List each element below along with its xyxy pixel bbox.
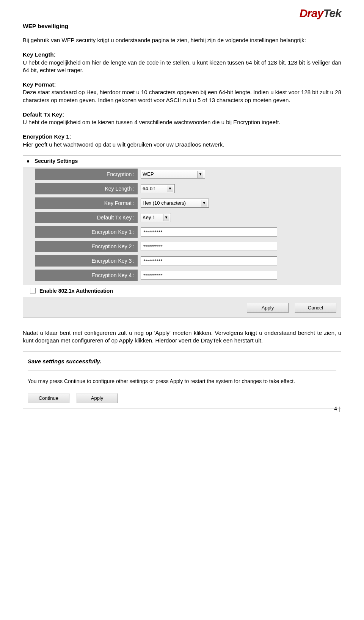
bullet-icon bbox=[27, 160, 29, 162]
page-number: 4 bbox=[334, 405, 341, 412]
key-length-text: U hebt de mogelijkheid om hier de lengte… bbox=[23, 59, 341, 73]
security-settings-title: Security Settings bbox=[35, 158, 78, 164]
select-key-length-value: 64-bit bbox=[143, 186, 155, 191]
key-format-text: Deze staat standaard op Hex, hierdoor mo… bbox=[23, 89, 341, 103]
chevron-down-icon: ▼ bbox=[163, 214, 169, 221]
select-key-format[interactable]: Hex (10 characters) ▼ bbox=[141, 199, 209, 208]
page-number-bar bbox=[339, 407, 341, 412]
label-key1: Encryption Key 1 : bbox=[35, 226, 138, 238]
row-key-length: Key Length : 64-bit ▼ bbox=[23, 181, 341, 196]
label-key4: Encryption Key 4 : bbox=[35, 270, 138, 281]
row-key1: Encryption Key 1 : ********** bbox=[23, 225, 341, 239]
chevron-down-icon: ▼ bbox=[167, 185, 173, 192]
label-key2: Encryption Key 2 : bbox=[35, 241, 138, 252]
input-key2[interactable]: ********** bbox=[141, 242, 277, 251]
select-encryption-value: WEP bbox=[143, 171, 154, 177]
select-key-format-value: Hex (10 characters) bbox=[143, 200, 186, 206]
encryption-key1-label: Encryption Key 1: bbox=[23, 133, 71, 140]
default-tx-label: Default Tx Key: bbox=[23, 111, 64, 118]
cancel-button[interactable]: Cancel bbox=[295, 303, 336, 313]
row-key2: Encryption Key 2 : ********** bbox=[23, 239, 341, 254]
label-default-tx: Default Tx Key : bbox=[35, 212, 138, 223]
select-key-length[interactable]: 64-bit ▼ bbox=[141, 184, 175, 193]
input-key4[interactable]: ********** bbox=[141, 271, 277, 280]
default-tx-section: Default Tx Key: U hebt de mogelijkheid o… bbox=[23, 111, 341, 126]
save-settings-title: Save settings successfully. bbox=[28, 357, 336, 366]
encryption-key1-text: Hier geeft u het wachtwoord op dat u wil… bbox=[23, 141, 224, 148]
save-button-row: Continue Apply bbox=[28, 393, 336, 403]
settings-button-row: Apply Cancel bbox=[23, 301, 341, 314]
key-length-label: Key Length: bbox=[23, 51, 56, 58]
select-encryption[interactable]: WEP ▼ bbox=[141, 170, 205, 179]
apply-button[interactable]: Apply bbox=[247, 303, 289, 313]
key-format-section: Key Format: Deze staat standaard op Hex,… bbox=[23, 81, 341, 104]
after-settings-text: Nadat u klaar bent met configureren zult… bbox=[23, 329, 341, 345]
chevron-down-icon: ▼ bbox=[197, 171, 203, 178]
chevron-down-icon: ▼ bbox=[201, 200, 207, 207]
label-encryption: Encryption : bbox=[35, 169, 138, 180]
key-format-label: Key Format: bbox=[23, 81, 56, 88]
encryption-key1-section: Encryption Key 1: Hier geeft u het wacht… bbox=[23, 133, 341, 148]
intro-paragraph: Bij gebruik van WEP security krijgt u on… bbox=[23, 36, 341, 44]
security-settings-header: Security Settings bbox=[23, 156, 341, 167]
row-key-format: Key Format : Hex (10 characters) ▼ bbox=[23, 196, 341, 210]
divider bbox=[28, 371, 336, 371]
row-key3: Encryption Key 3 : ********** bbox=[23, 254, 341, 268]
label-enable-8021x: Enable 802.1x Authentication bbox=[39, 288, 113, 294]
row-encryption: Encryption : WEP ▼ bbox=[23, 167, 341, 181]
default-tx-text: U hebt de mogelijkheid om te kiezen tuss… bbox=[23, 119, 281, 125]
select-default-tx[interactable]: Key 1 ▼ bbox=[141, 213, 171, 222]
security-settings-panel: Security Settings Encryption : WEP ▼ Key… bbox=[23, 155, 341, 318]
label-key-format: Key Format : bbox=[35, 197, 138, 209]
logo-part2: Tek bbox=[323, 7, 341, 19]
continue-button[interactable]: Continue bbox=[28, 393, 69, 403]
brand-logo: DrayTek bbox=[300, 7, 341, 20]
checkbox-enable-8021x[interactable] bbox=[30, 288, 36, 293]
apply-button-2[interactable]: Apply bbox=[76, 393, 118, 403]
page-title: WEP beveiliging bbox=[23, 23, 341, 30]
select-default-tx-value: Key 1 bbox=[143, 215, 155, 220]
label-key3: Encryption Key 3 : bbox=[35, 255, 138, 267]
row-enable-8021x: Enable 802.1x Authentication bbox=[23, 285, 341, 297]
save-settings-panel: Save settings successfully. You may pres… bbox=[23, 351, 341, 409]
input-key1[interactable]: ********** bbox=[141, 227, 277, 237]
row-key4: Encryption Key 4 : ********** bbox=[23, 268, 341, 282]
input-key3[interactable]: ********** bbox=[141, 256, 277, 265]
key-length-section: Key Length: U hebt de mogelijkheid om hi… bbox=[23, 51, 341, 74]
row-default-tx: Default Tx Key : Key 1 ▼ bbox=[23, 210, 341, 225]
page-number-value: 4 bbox=[334, 405, 337, 412]
logo-part1: Dray bbox=[300, 7, 323, 19]
label-key-length: Key Length : bbox=[35, 183, 138, 194]
save-settings-text: You may press Continue to configure othe… bbox=[28, 377, 336, 385]
